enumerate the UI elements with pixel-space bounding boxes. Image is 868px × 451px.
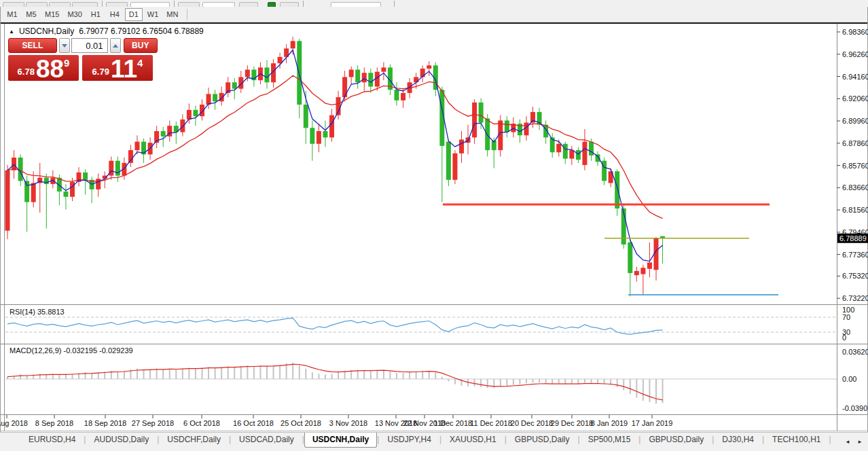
macd-histogram-bar — [597, 379, 598, 384]
chart-tab-tech100-h1[interactable]: TECH100,H1 — [764, 433, 829, 448]
current-price-value: 6.78889 — [839, 234, 867, 242]
candle-body — [647, 262, 652, 268]
macd-histogram-bar — [259, 365, 261, 379]
macd-histogram-bar — [370, 371, 372, 379]
tab-scroll-left-button[interactable]: ◂ — [842, 436, 853, 446]
macd-histogram-bar — [435, 372, 436, 379]
macd-histogram-bar — [292, 363, 293, 379]
macd-histogram-bar — [363, 370, 365, 379]
date-axis-label: 1 Dec 2018 — [434, 419, 472, 427]
candle-body — [323, 131, 327, 137]
candle-body — [310, 128, 314, 143]
candle-body — [31, 183, 36, 202]
chart-tabbar: EURUSD,H4|AUDUSD,Daily|USDCHF,Daily|USDC… — [0, 433, 839, 451]
macd-histogram-bar — [545, 379, 547, 384]
macd-axis-label: 0.036209 — [842, 348, 868, 356]
rsi-axis-label: 0 — [842, 333, 846, 342]
macd-histogram-bar — [279, 365, 281, 379]
chart-tab-usdcad-daily[interactable]: USDCAD,Daily — [231, 433, 302, 448]
candle-body — [193, 110, 198, 116]
macd-histogram-bar — [221, 367, 222, 379]
tab-scroll-right-button[interactable]: ▸ — [854, 436, 865, 446]
macd-histogram-bar — [506, 379, 507, 386]
date-axis-label: 11 Dec 2018 — [470, 419, 512, 427]
date-axis-label: 8 Jan 2019 — [591, 419, 628, 427]
macd-histogram-bar — [312, 372, 313, 379]
macd-histogram-bar — [20, 374, 21, 379]
price-axis-label: 6.77360 — [842, 251, 868, 259]
date-axis-label: 25 Oct 2018 — [281, 419, 321, 427]
macd-histogram-bar — [403, 373, 404, 379]
candle-body — [135, 142, 140, 150]
candle-body — [342, 77, 347, 97]
macd-histogram-bar — [454, 379, 456, 384]
macd-histogram-bar — [58, 374, 60, 379]
macd-histogram-bar — [175, 369, 177, 379]
chart-tab-usdjpy-h4[interactable]: USDJPY,H4 — [379, 433, 439, 448]
price-axis-label: 6.73220 — [842, 294, 868, 302]
price-axis-label: 6.85760 — [842, 162, 868, 170]
macd-histogram-bar — [240, 366, 242, 379]
chart-tab-dj30-h4[interactable]: DJ30,H4 — [714, 433, 762, 448]
price-axis-label: 6.96260 — [842, 50, 868, 58]
candle-body — [381, 67, 386, 71]
macd-histogram-bar — [46, 374, 47, 379]
macd-histogram-bar — [539, 379, 540, 383]
candle-body — [24, 181, 29, 202]
chart-tab-audusd-daily[interactable]: AUDUSD,Daily — [86, 433, 157, 448]
macd-histogram-bar — [448, 379, 449, 381]
macd-histogram-bar — [247, 365, 248, 379]
candle-body — [5, 170, 10, 231]
price-chart-canvas[interactable]: 6.983606.962606.941606.920606.899606.878… — [0, 0, 868, 451]
price-axis-label: 6.89960 — [842, 117, 868, 125]
candle-body — [582, 142, 587, 165]
date-axis-label: 29 Dec 2018 — [551, 419, 593, 427]
macd-histogram-bar — [623, 379, 624, 391]
candle-body — [563, 144, 568, 159]
macd-histogram-bar — [577, 379, 579, 384]
macd-histogram-bar — [195, 369, 196, 379]
macd-histogram-bar — [416, 372, 417, 379]
macd-histogram-bar — [584, 379, 585, 383]
chart-tab-ukoil-h1[interactable]: UKOil,H1 — [831, 433, 839, 448]
macd-histogram-bar — [422, 371, 423, 379]
macd-histogram-bar — [318, 374, 319, 379]
candle-body — [485, 118, 490, 150]
candle-body — [452, 154, 457, 180]
chart-tab-usdchf-daily[interactable]: USDCHF,Daily — [159, 433, 229, 448]
candle-body — [44, 178, 49, 184]
macd-histogram-bar — [564, 379, 566, 384]
chart-tab-xauusd-h1[interactable]: XAUUSD,H1 — [441, 433, 505, 448]
macd-histogram-bar — [357, 370, 359, 379]
candle-body — [232, 82, 237, 88]
chart-tab-eurusd-h4[interactable]: EURUSD,H4 — [20, 433, 84, 448]
macd-histogram-bar — [266, 366, 268, 379]
candle-body — [245, 70, 250, 77]
macd-histogram-bar — [526, 379, 527, 384]
mt4-terminal-window: M1M5M15M30H1H4D1W1MN ▲ USDCNH,Daily 6.79… — [0, 0, 868, 451]
chart-tab-gbpusd-daily[interactable]: GBPUSD,Daily — [507, 433, 578, 448]
date-axis-label: 20 Dec 2018 — [511, 419, 553, 427]
candle-body — [459, 139, 464, 153]
macd-histogram-bar — [305, 369, 306, 379]
candle-body — [395, 90, 399, 101]
macd-histogram-bar — [519, 379, 520, 384]
macd-histogram-bar — [649, 379, 650, 402]
candle-body — [213, 94, 217, 101]
candle-body — [472, 103, 477, 137]
date-axis-label: 3 Nov 2018 — [329, 419, 367, 427]
candle-body — [589, 142, 594, 156]
macd-histogram-bar — [117, 372, 118, 379]
date-axis-label: 27 Sep 2018 — [132, 419, 174, 427]
price-axis-label: 6.94160 — [842, 73, 868, 81]
chart-tab-sp500-m15[interactable]: SP500,M15 — [580, 433, 639, 448]
candle-body — [161, 131, 166, 137]
price-axis-label: 6.75320 — [842, 272, 868, 280]
candle-body — [615, 171, 619, 209]
macd-histogram-bar — [162, 369, 164, 379]
chart-tab-gbpusd-daily[interactable]: GBPUSD,Daily — [640, 433, 712, 448]
macd-histogram-bar — [325, 374, 326, 379]
chart-tab-usdcnh-daily[interactable]: USDCNH,Daily — [304, 433, 377, 448]
macd-histogram-bar — [188, 368, 189, 380]
price-axis-label: 6.98360 — [842, 28, 868, 36]
